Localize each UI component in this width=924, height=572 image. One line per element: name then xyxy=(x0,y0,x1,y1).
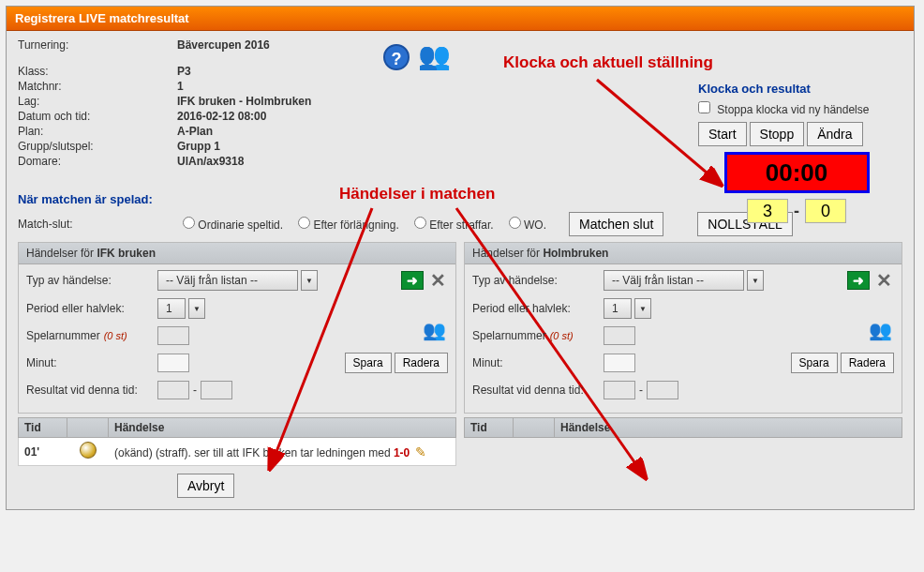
col-icon xyxy=(67,418,109,437)
result-dash: - xyxy=(639,384,643,397)
close-icon[interactable]: ✕ xyxy=(873,270,894,291)
label-class: Klass: xyxy=(18,65,177,78)
home-panel-header: Händelser för IFK bruken xyxy=(19,243,455,264)
playernum-label: Spelarnummer xyxy=(472,329,546,342)
home-events-header: Tid Händelse xyxy=(18,417,456,438)
radio-penalties[interactable] xyxy=(414,217,426,229)
label-teams: Lag: xyxy=(18,95,177,108)
edit-icon[interactable]: ✎ xyxy=(415,444,430,459)
playernum-count: (0 st) xyxy=(104,330,127,341)
label-datetime: Datum och tid: xyxy=(18,110,177,123)
label-matchnr: Matchnr: xyxy=(18,80,177,93)
close-icon[interactable]: ✕ xyxy=(427,270,448,291)
annotation-clock: Klocka och aktuell ställning xyxy=(503,53,713,72)
score-dash: - xyxy=(794,202,799,221)
result-away-input[interactable] xyxy=(201,381,232,399)
result-dash: - xyxy=(193,384,197,397)
minute-label: Minut: xyxy=(26,356,157,369)
score-away-input[interactable] xyxy=(805,199,846,223)
event-row[interactable]: 01' (okänd) (straff). ser till att IFK b… xyxy=(18,438,456,466)
value-matchnr: 1 xyxy=(177,80,374,93)
value-field: A-Plan xyxy=(177,125,374,138)
label-group: Grupp/slutspel: xyxy=(18,140,177,153)
clock-start-button[interactable]: Start xyxy=(698,122,747,146)
minute-input[interactable] xyxy=(157,354,189,372)
delete-button[interactable]: Radera xyxy=(841,353,894,373)
score-home-input[interactable] xyxy=(747,199,788,223)
col-time: Tid xyxy=(19,418,67,437)
period-select[interactable]: 1 xyxy=(157,298,186,319)
period-select[interactable]: 1 xyxy=(604,298,632,319)
clock-display: 00:00 xyxy=(724,152,870,193)
help-icon[interactable]: ? xyxy=(383,44,410,70)
label-field: Plan: xyxy=(18,125,177,138)
clock-heading: Klocka och resultat xyxy=(698,82,895,96)
minute-input[interactable] xyxy=(604,354,635,372)
playernum-input[interactable] xyxy=(157,326,189,345)
people-icon[interactable]: 👥 xyxy=(423,319,446,341)
delete-button[interactable]: Radera xyxy=(395,353,448,373)
radio-ordinary[interactable] xyxy=(183,217,195,229)
period-caret[interactable]: ▼ xyxy=(634,298,651,319)
period-label: Period eller halvlek: xyxy=(26,302,157,315)
event-type-label: Typ av händelse: xyxy=(26,274,157,287)
playernum-label: Spelarnummer xyxy=(26,329,100,342)
playernum-count: (0 st) xyxy=(550,330,574,341)
value-ref: UlAn/ax9318 xyxy=(177,155,374,168)
clock-edit-button[interactable]: Ändra xyxy=(807,122,862,146)
minute-label: Minut: xyxy=(472,356,604,369)
label-ref: Domare: xyxy=(18,155,177,168)
result-home-input[interactable] xyxy=(157,381,189,399)
people-icon[interactable]: 👥 xyxy=(869,319,892,341)
value-datetime: 2016-02-12 08:00 xyxy=(177,110,374,123)
match-end-label: Match-slut: xyxy=(18,218,177,231)
result-away-input[interactable] xyxy=(647,381,678,399)
event-type-select[interactable]: -- Välj från listan -- xyxy=(604,270,744,291)
home-team-panel: Händelser för IFK bruken ➜ ✕ 👥 Typ av hä… xyxy=(18,242,456,414)
stop-clock-on-event-checkbox[interactable] xyxy=(698,101,710,113)
event-time: 01' xyxy=(19,442,67,462)
event-type-caret[interactable]: ▼ xyxy=(747,270,764,291)
event-type-select[interactable]: -- Välj från listan -- xyxy=(157,270,298,291)
label-tournament: Turnering: xyxy=(18,38,177,52)
event-type-label: Typ av händelse: xyxy=(472,274,604,287)
away-team-panel: Händelser för Holmbruken ➜ ✕ 👥 Typ av hä… xyxy=(464,242,902,414)
playernum-input[interactable] xyxy=(604,326,635,345)
event-type-caret[interactable]: ▼ xyxy=(301,270,318,291)
save-button[interactable]: Spara xyxy=(791,353,838,373)
period-label: Period eller halvlek: xyxy=(472,302,604,315)
window-title: Registrera LIVE matchresultat xyxy=(7,7,914,31)
clock-stop-button[interactable]: Stopp xyxy=(750,122,805,146)
cancel-button[interactable]: Avbryt xyxy=(177,474,234,498)
result-home-input[interactable] xyxy=(604,381,635,399)
submit-icon[interactable]: ➜ xyxy=(401,271,424,290)
result-at-label: Resultat vid denna tid: xyxy=(26,384,157,397)
value-group: Grupp 1 xyxy=(177,140,374,153)
value-teams: IFK bruken - Holmbruken xyxy=(177,95,374,108)
ball-icon xyxy=(80,442,97,459)
save-button[interactable]: Spara xyxy=(345,353,392,373)
submit-icon[interactable]: ➜ xyxy=(847,271,870,290)
annotation-events: Händelser i matchen xyxy=(339,185,495,203)
people-icon[interactable]: 👥 xyxy=(418,41,451,70)
value-tournament: Bävercupen 2016 xyxy=(177,38,374,52)
stop-clock-label: Stoppa klocka vid ny händelse xyxy=(717,103,869,116)
value-class: P3 xyxy=(177,65,374,78)
result-at-label: Resultat vid denna tid: xyxy=(472,384,604,397)
period-caret[interactable]: ▼ xyxy=(188,298,205,319)
